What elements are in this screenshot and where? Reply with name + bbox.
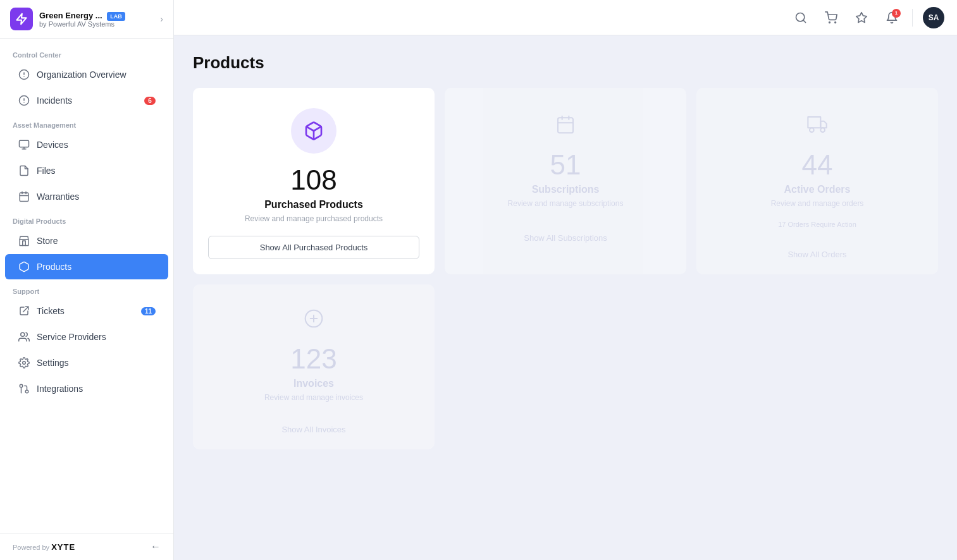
nav-divider (912, 9, 913, 27)
sidebar-item-label: Devices (37, 140, 68, 150)
sidebar-item-label: Tickets (37, 306, 65, 316)
invoices-title: Invoices (293, 378, 334, 389)
purchased-products-card: 108 Purchased Products Review and manage… (193, 88, 435, 274)
cards-grid-top: 108 Purchased Products Review and manage… (193, 88, 938, 274)
settings-icon (18, 356, 30, 369)
active-orders-count: 44 (802, 151, 833, 179)
subscriptions-card: 51 Subscriptions Review and manage subsc… (445, 88, 686, 274)
purchased-desc: Review and manage purchased products (245, 214, 383, 223)
sidebar-item-settings[interactable]: Settings (5, 350, 168, 375)
collapse-sidebar-button[interactable]: ← (151, 541, 161, 552)
sidebar-item-org-overview[interactable]: Organization Overview (5, 62, 168, 87)
sparkle-button[interactable] (851, 8, 872, 28)
brand-sub: by Powerful AV Systems (39, 20, 154, 28)
store-icon (18, 234, 30, 247)
sidebar-header: Green Energy ... LAB by Powerful AV Syst… (0, 0, 173, 39)
sidebar-item-incidents[interactable]: Incidents 6 (5, 88, 168, 113)
sidebar-item-tickets[interactable]: Tickets 11 (5, 298, 168, 324)
expand-icon[interactable]: › (160, 14, 163, 24)
top-nav: 1 SA (174, 0, 957, 35)
svg-marker-0 (17, 14, 27, 25)
subscriptions-desc: Review and manage subscriptions (508, 199, 624, 208)
incidents-badge: 6 (144, 97, 156, 105)
purchased-title: Purchased Products (264, 199, 363, 210)
active-orders-title: Active Orders (784, 184, 851, 195)
active-orders-desc: Review and manage orders (771, 199, 864, 208)
sidebar-item-label: Store (37, 236, 58, 246)
sidebar-item-integrations[interactable]: Integrations (5, 376, 168, 401)
devices-icon (18, 138, 30, 151)
tickets-badge: 11 (141, 307, 156, 315)
section-support: Support (0, 280, 173, 298)
invoices-card: 123 Invoices Review and manage invoices … (193, 284, 435, 449)
sidebar-item-label: Products (37, 262, 71, 272)
svg-point-33 (820, 128, 825, 132)
orders-notice: 17 Orders Require Action (778, 221, 856, 228)
invoices-count: 123 (290, 345, 336, 373)
svg-point-22 (829, 21, 830, 23)
page-title: Products (193, 53, 938, 73)
xyte-logo: XYTE (51, 542, 75, 552)
sidebar-footer: Powered by XYTE ← (0, 533, 173, 560)
truck-icon (807, 114, 827, 135)
svg-marker-31 (820, 121, 826, 128)
notifications-button[interactable]: 1 (882, 8, 902, 28)
calendar-icon (555, 114, 576, 135)
section-digital-products: Digital Products (0, 210, 173, 228)
svg-point-15 (21, 332, 25, 336)
subscriptions-title: Subscriptions (532, 184, 600, 195)
sidebar-item-warranties[interactable]: Warranties (5, 184, 168, 209)
lab-badge: LAB (107, 12, 125, 21)
sidebar-item-devices[interactable]: Devices (5, 132, 168, 157)
dollar-circle-icon (304, 308, 324, 329)
sidebar-item-store[interactable]: Store (5, 228, 168, 253)
sidebar-item-label: Service Providers (37, 332, 106, 342)
org-overview-icon (18, 68, 30, 81)
service-providers-icon (18, 331, 30, 343)
invoices-icon (297, 302, 330, 335)
show-all-purchased-button[interactable]: Show All Purchased Products (208, 236, 419, 259)
subscriptions-count: 51 (550, 151, 581, 179)
svg-marker-24 (856, 12, 867, 22)
sidebar-item-files[interactable]: Files (5, 158, 168, 183)
app-logo (10, 8, 33, 30)
main-content: 1 SA Products 108 Purchased Products Rev… (174, 0, 957, 560)
svg-line-21 (803, 20, 806, 22)
cards-grid-bottom: 123 Invoices Review and manage invoices … (193, 284, 938, 449)
products-icon (18, 260, 30, 273)
svg-rect-7 (20, 140, 29, 147)
section-control-center: Control Center (0, 44, 173, 61)
show-all-invoices-link[interactable]: Show All Invoices (281, 425, 345, 434)
sidebar-item-label: Organization Overview (37, 70, 127, 80)
purchased-count: 108 (290, 166, 336, 194)
search-button[interactable] (791, 8, 811, 28)
integrations-icon (18, 382, 30, 395)
active-orders-card: 44 Active Orders Review and manage order… (696, 88, 938, 274)
incidents-icon (18, 94, 30, 107)
box-icon (304, 121, 324, 141)
user-avatar[interactable]: SA (923, 7, 944, 28)
cart-button[interactable] (821, 8, 841, 28)
svg-point-32 (810, 128, 814, 132)
sidebar-item-products[interactable]: Products (5, 254, 168, 279)
sidebar-item-label: Integrations (37, 384, 83, 394)
svg-rect-30 (808, 117, 820, 128)
files-icon (18, 164, 30, 177)
page-body: Products 108 Purchased Products Review a… (174, 35, 957, 560)
sidebar: Green Energy ... LAB by Powerful AV Syst… (0, 0, 174, 560)
svg-rect-26 (558, 118, 573, 133)
notification-badge: 1 (892, 9, 901, 18)
invoices-desc: Review and manage invoices (264, 393, 363, 402)
sidebar-item-service-providers[interactable]: Service Providers (5, 324, 168, 350)
section-asset-management: Asset Management (0, 114, 173, 131)
warranties-icon (18, 190, 30, 203)
show-all-orders-link[interactable]: Show All Orders (787, 250, 846, 259)
sidebar-item-label: Files (37, 166, 56, 176)
sidebar-item-label: Incidents (37, 95, 72, 106)
sidebar-item-label: Warranties (37, 192, 79, 202)
brand-name: Green Energy ... LAB (39, 11, 154, 20)
svg-point-23 (835, 21, 836, 23)
show-all-subscriptions-link[interactable]: Show All Subscriptions (524, 233, 607, 243)
svg-rect-10 (20, 193, 28, 202)
subscriptions-icon (549, 108, 582, 141)
